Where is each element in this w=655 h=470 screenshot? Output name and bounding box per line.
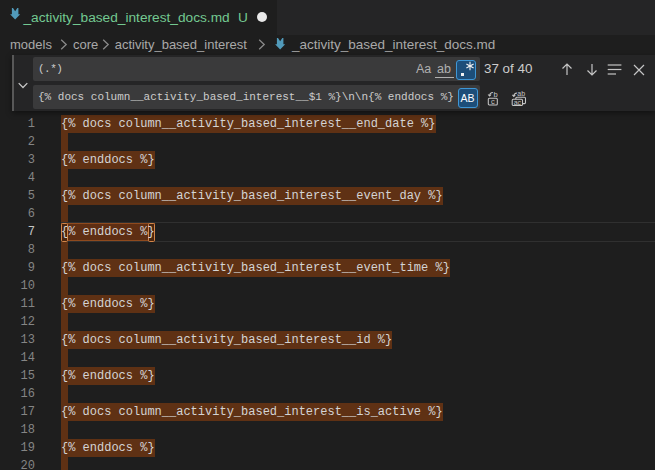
svg-text:ac: ac — [514, 98, 522, 105]
svg-text:c: c — [491, 96, 495, 105]
svg-text:ab: ab — [517, 91, 525, 97]
